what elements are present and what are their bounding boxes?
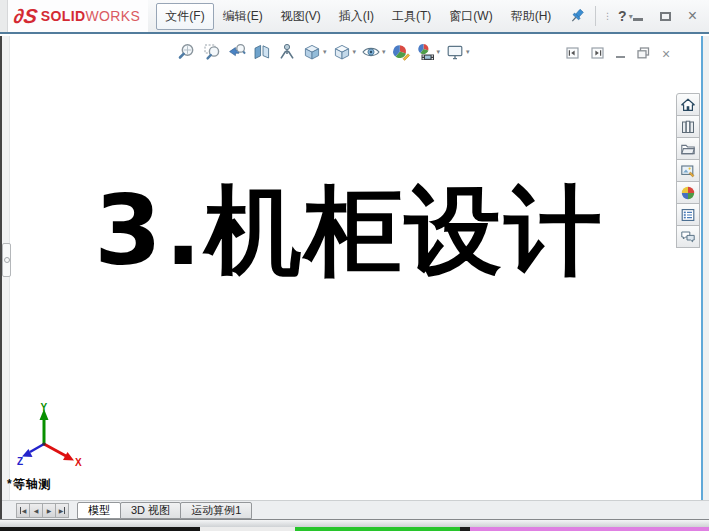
dynamic-annotation-views-icon xyxy=(277,42,297,62)
document-window-controls: × xyxy=(566,45,670,63)
expand-right-pane-icon xyxy=(591,47,604,59)
view-orientation-button[interactable]: ▾ xyxy=(301,41,328,63)
display-style-button[interactable]: ▾ xyxy=(331,41,358,63)
menu-help[interactable]: 帮助(H) xyxy=(502,3,561,30)
menu-edit[interactable]: 编辑(E) xyxy=(214,3,272,30)
sliver-segment xyxy=(295,527,460,531)
ds-logo-icon: ∂S xyxy=(12,5,39,28)
view-orientation-label: *等轴测 xyxy=(7,476,52,493)
maximize-window-button[interactable] xyxy=(660,12,671,21)
sliver-segment xyxy=(200,527,295,531)
close-window-button[interactable]: × xyxy=(688,10,697,22)
reference-triad: Y X Z xyxy=(16,402,84,472)
titlebar-corner-notch xyxy=(0,0,8,32)
collapse-left-pane-button[interactable] xyxy=(566,45,579,63)
sliver-segment xyxy=(0,527,200,531)
window-controls: × xyxy=(633,10,697,22)
edit-appearance-icon xyxy=(391,42,411,62)
view-settings-button[interactable]: ▾ xyxy=(444,41,471,63)
solidworks-resources-button[interactable] xyxy=(676,93,700,116)
document-tabbar: ◀ ◀ ▶ ▶ 模型 3D 视图 运动算例1 xyxy=(0,500,709,519)
previous-view-icon xyxy=(227,42,247,62)
hide-show-items-button[interactable]: ▾ xyxy=(360,41,387,63)
titlebar-separator xyxy=(595,6,596,26)
section-view-icon xyxy=(252,42,272,62)
panel-splitter-handle[interactable] xyxy=(2,243,11,277)
solidworks-logo: ∂S SOLIDWORKS xyxy=(8,0,148,32)
menu-file[interactable]: 文件(F) xyxy=(156,3,213,30)
titlebar: ∂S SOLIDWORKS 文件(F) 编辑(E) 视图(V) 插入(I) 工具… xyxy=(0,0,709,34)
first-tab-button[interactable]: ◀ xyxy=(16,503,30,518)
previous-view-button[interactable] xyxy=(226,41,248,63)
toolbar-grip-icon: ⋮ xyxy=(603,11,612,21)
solidworks-forum-button[interactable] xyxy=(676,225,700,248)
properties-list-icon xyxy=(680,207,696,223)
view-palette-icon xyxy=(680,163,696,179)
logo-text-works: WORKS xyxy=(85,8,140,24)
next-tab-button[interactable]: ▶ xyxy=(42,503,56,518)
pushpin-icon xyxy=(568,7,586,25)
window-right-gutter xyxy=(703,36,709,500)
tab-scroll-buttons: ◀ ◀ ▶ ▶ xyxy=(17,503,69,518)
view-orientation-icon xyxy=(302,42,322,62)
section-view-button[interactable] xyxy=(251,41,273,63)
menu-insert[interactable]: 插入(I) xyxy=(330,3,383,30)
last-tab-button[interactable]: ▶ xyxy=(55,503,69,518)
collapse-left-pane-icon xyxy=(566,47,579,59)
minimize-document-button[interactable] xyxy=(616,56,625,58)
triad-x-label: X xyxy=(75,457,82,468)
solidworks-window: ∂S SOLIDWORKS 文件(F) 编辑(E) 视图(V) 插入(I) 工具… xyxy=(0,0,709,531)
sliver-segment xyxy=(460,527,470,531)
menubar: 文件(F) 编辑(E) 视图(V) 插入(I) 工具(T) 窗口(W) 帮助(H… xyxy=(156,3,560,30)
tab-model[interactable]: 模型 xyxy=(77,502,121,519)
forum-chat-icon xyxy=(680,229,696,245)
tabs: 模型 3D 视图 运动算例1 xyxy=(78,502,252,519)
dropdown-caret-icon[interactable]: ▾ xyxy=(382,48,386,56)
zoom-to-fit-button[interactable] xyxy=(176,41,198,63)
hide-show-items-eye-icon xyxy=(361,42,381,62)
apply-scene-button[interactable]: ▾ xyxy=(415,41,442,63)
custom-properties-button[interactable] xyxy=(676,203,700,226)
zoom-to-area-button[interactable] xyxy=(201,41,223,63)
sliver-segment xyxy=(470,527,709,531)
logo-text-solid: SOLID xyxy=(41,8,86,24)
task-pane xyxy=(676,94,700,248)
view-settings-monitor-icon xyxy=(445,42,465,62)
previous-tab-button[interactable]: ◀ xyxy=(29,503,43,518)
slide-title: 3.机柜设计 xyxy=(0,182,699,279)
pin-menu-button[interactable] xyxy=(568,7,586,25)
home-icon xyxy=(680,97,696,113)
dropdown-caret-icon[interactable]: ▾ xyxy=(437,48,441,56)
triad-z-label: Z xyxy=(17,456,23,467)
bottom-edge-sliver xyxy=(0,527,709,531)
triad-y-label: Y xyxy=(41,402,48,413)
minimize-window-button[interactable] xyxy=(633,18,643,21)
zoom-to-area-icon xyxy=(202,42,222,62)
view-palette-button[interactable] xyxy=(676,159,700,182)
edit-appearance-button[interactable] xyxy=(390,41,412,63)
dynamic-annotation-views-button[interactable] xyxy=(276,41,298,63)
restore-document-button[interactable] xyxy=(637,45,650,63)
splitter-grip-icon xyxy=(4,257,10,263)
folder-icon xyxy=(680,141,696,157)
dropdown-caret-icon[interactable]: ▾ xyxy=(353,48,357,56)
tab-motion-study-1[interactable]: 运动算例1 xyxy=(180,502,252,519)
menu-view[interactable]: 视图(V) xyxy=(272,3,330,30)
file-explorer-button[interactable] xyxy=(676,137,700,160)
tab-3d-views[interactable]: 3D 视图 xyxy=(120,502,181,519)
dropdown-caret-icon[interactable]: ▾ xyxy=(466,48,470,56)
window-left-border xyxy=(0,36,2,519)
appearances-sphere-icon xyxy=(680,185,696,201)
expand-right-pane-button[interactable] xyxy=(591,45,604,63)
help-button[interactable]: ? xyxy=(618,8,627,24)
graphics-area[interactable]: ▾ ▾ ▾ xyxy=(0,36,709,500)
design-library-button[interactable] xyxy=(676,115,700,138)
apply-scene-icon xyxy=(416,42,436,62)
books-icon xyxy=(680,119,696,135)
dropdown-caret-icon[interactable]: ▾ xyxy=(323,48,327,56)
appearances-scenes-button[interactable] xyxy=(676,181,700,204)
menu-window[interactable]: 窗口(W) xyxy=(440,3,501,30)
menu-tools[interactable]: 工具(T) xyxy=(383,3,440,30)
close-document-button[interactable]: × xyxy=(662,49,670,59)
status-strip xyxy=(0,519,709,527)
